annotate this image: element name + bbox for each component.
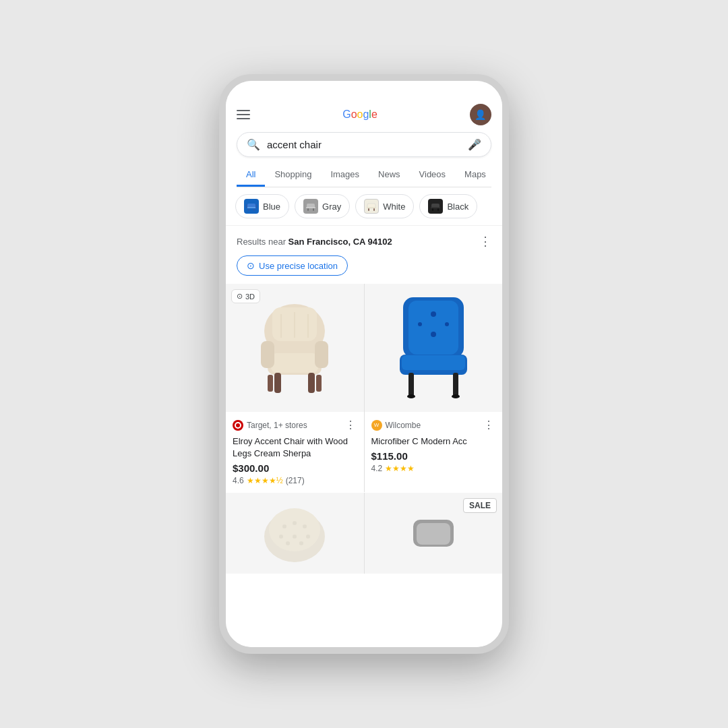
svg-rect-3 — [253, 208, 255, 211]
white-chair-icon — [364, 199, 379, 214]
card-more-icon-1[interactable]: ⋮ — [344, 417, 357, 433]
product-card-1[interactable]: ⊙ 3D — [226, 284, 364, 492]
svg-rect-23 — [315, 341, 328, 368]
svg-point-51 — [286, 541, 290, 545]
rating-value-1: 4.6 — [233, 476, 244, 485]
product-info-1: Target, 1+ stores ⋮ Elroy Accent Chair w… — [226, 412, 364, 492]
svg-rect-27 — [316, 375, 322, 392]
3d-icon: ⊙ — [237, 292, 243, 301]
tab-news[interactable]: News — [369, 164, 410, 187]
top-bar: Google 👤 — [237, 104, 491, 125]
svg-point-49 — [293, 535, 297, 539]
more-options-icon[interactable]: ⋮ — [479, 234, 491, 249]
sale-badge: SALE — [463, 498, 497, 513]
filter-chip-black[interactable]: Black — [419, 194, 477, 218]
avatar[interactable]: 👤 — [470, 104, 491, 125]
partial-chair-image-2 — [406, 506, 460, 560]
precise-location-button[interactable]: ⊙ Use precise location — [237, 255, 348, 276]
badge-3d: ⊙ 3D — [231, 289, 260, 303]
logo-g2: g — [363, 109, 369, 120]
search-bar[interactable]: 🔍 accent chair 🎤 — [237, 132, 491, 157]
tab-shopping[interactable]: Shopping — [265, 164, 321, 187]
tab-videos[interactable]: Videos — [410, 164, 456, 187]
content-area: Blue Gray — [226, 187, 502, 647]
reviews-1: (217) — [286, 476, 305, 485]
filter-chip-white[interactable]: White — [355, 194, 414, 218]
svg-point-34 — [418, 322, 422, 326]
svg-rect-38 — [402, 355, 465, 370]
tab-images[interactable]: Images — [321, 164, 369, 187]
svg-point-52 — [299, 541, 303, 545]
svg-point-41 — [407, 394, 415, 398]
partial-card-right[interactable]: SALE — [365, 493, 503, 574]
svg-point-44 — [269, 508, 320, 551]
svg-point-46 — [293, 521, 297, 525]
location-target-icon: ⊙ — [247, 260, 255, 271]
svg-rect-1 — [247, 207, 256, 208]
partial-img-right: SALE — [365, 493, 503, 574]
filter-chip-blue[interactable]: Blue — [235, 194, 289, 218]
chair-image-1 — [244, 291, 345, 405]
svg-rect-5 — [255, 204, 257, 208]
filter-white-label: White — [383, 202, 405, 212]
svg-rect-17 — [437, 208, 439, 211]
store-name-2: W Wilcombe — [371, 420, 421, 431]
menu-icon[interactable] — [237, 110, 250, 119]
svg-rect-54 — [417, 523, 450, 545]
rating-row-2: 4.2 ★★★★ — [371, 464, 496, 473]
logo-o1: o — [351, 109, 357, 120]
svg-rect-12 — [368, 208, 369, 211]
stars-2: ★★★★ — [385, 464, 415, 473]
store-label-2: Wilcombe — [386, 421, 421, 430]
precise-location-container: ⊙ Use precise location — [237, 255, 491, 276]
svg-point-35 — [445, 322, 449, 326]
product-price-2: $115.00 — [371, 450, 496, 462]
partial-products-row: SALE — [226, 493, 502, 574]
svg-rect-22 — [261, 341, 274, 368]
product-info-2: W Wilcombe ⋮ Microfiber C Modern Acc $11… — [365, 412, 503, 480]
search-tabs: All Shopping Images News Videos Maps — [237, 164, 491, 187]
location-prefix: Results near — [237, 237, 286, 247]
products-grid: ⊙ 3D — [226, 284, 502, 492]
tab-maps[interactable]: Maps — [455, 164, 491, 187]
location-bar: Results near San Francisco, CA 94102 ⋮ — [226, 226, 502, 253]
partial-chair-image — [257, 499, 332, 567]
filter-black-label: Black — [447, 202, 468, 212]
google-logo: Google — [342, 109, 377, 121]
svg-rect-26 — [268, 375, 273, 392]
svg-rect-9 — [313, 208, 314, 211]
filter-chip-gray[interactable]: Gray — [295, 194, 350, 218]
mic-icon[interactable]: 🎤 — [468, 138, 481, 151]
svg-rect-16 — [432, 208, 433, 211]
partial-card-left[interactable] — [226, 493, 364, 574]
svg-rect-24 — [274, 373, 281, 393]
svg-point-47 — [303, 524, 307, 528]
filter-gray-label: Gray — [322, 202, 341, 212]
svg-rect-21 — [271, 353, 318, 373]
store-row-2: W Wilcombe ⋮ — [371, 417, 496, 433]
product-image-1: ⊙ 3D — [226, 284, 364, 412]
search-icon: 🔍 — [247, 138, 260, 151]
location-place: San Francisco, CA 94102 — [289, 237, 392, 247]
location-text: Results near San Francisco, CA 94102 — [237, 237, 392, 247]
logo-g: G — [342, 109, 351, 120]
svg-point-36 — [431, 332, 436, 337]
svg-rect-13 — [373, 208, 375, 211]
svg-rect-25 — [308, 373, 315, 393]
svg-point-48 — [279, 535, 283, 539]
wilcombe-logo: W — [371, 420, 382, 431]
svg-rect-15 — [431, 207, 440, 208]
tab-all[interactable]: All — [237, 164, 265, 187]
black-chair-icon — [428, 199, 443, 214]
product-image-2 — [365, 284, 503, 412]
filter-blue-label: Blue — [263, 202, 280, 212]
target-logo — [233, 420, 243, 431]
svg-point-42 — [452, 394, 460, 398]
svg-point-33 — [431, 311, 436, 317]
blue-chair-icon — [244, 199, 259, 214]
card-more-icon-2[interactable]: ⋮ — [482, 417, 495, 433]
phone-frame: Google 👤 🔍 accent chair 🎤 All Shopping I… — [219, 74, 509, 654]
google-header: Google 👤 🔍 accent chair 🎤 All Shopping I… — [226, 100, 502, 187]
store-label-1: Target, 1+ stores — [247, 421, 307, 430]
product-card-2[interactable]: W Wilcombe ⋮ Microfiber C Modern Acc $11… — [365, 284, 503, 492]
